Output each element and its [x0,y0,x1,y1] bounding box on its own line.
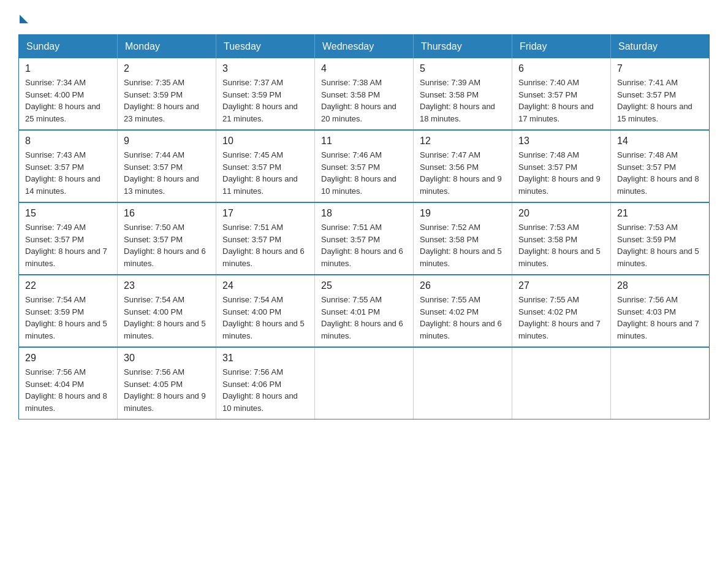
calendar-day: 31 Sunrise: 7:56 AMSunset: 4:06 PMDaylig… [216,347,315,419]
calendar-day: 21 Sunrise: 7:53 AMSunset: 3:59 PMDaylig… [611,202,710,275]
day-number: 13 [518,136,604,147]
calendar-day: 4 Sunrise: 7:38 AMSunset: 3:58 PMDayligh… [315,58,414,130]
calendar-day: 23 Sunrise: 7:54 AMSunset: 4:00 PMDaylig… [118,275,216,347]
calendar-day: 26 Sunrise: 7:55 AMSunset: 4:02 PMDaylig… [414,275,512,347]
day-number: 10 [222,136,308,147]
calendar-day [315,347,414,419]
weekday-header-friday: Friday [512,35,611,59]
day-number: 7 [617,63,703,74]
calendar-day [414,347,512,419]
calendar-day: 25 Sunrise: 7:55 AMSunset: 4:01 PMDaylig… [315,275,414,347]
day-number: 21 [617,208,703,219]
calendar-day: 10 Sunrise: 7:45 AMSunset: 3:57 PMDaylig… [216,130,315,202]
day-info: Sunrise: 7:53 AMSunset: 3:59 PMDaylight:… [617,223,699,268]
day-number: 12 [420,136,506,147]
calendar-day: 11 Sunrise: 7:46 AMSunset: 3:57 PMDaylig… [315,130,414,202]
day-info: Sunrise: 7:55 AMSunset: 4:02 PMDaylight:… [518,295,601,340]
calendar-day: 29 Sunrise: 7:56 AMSunset: 4:04 PMDaylig… [19,347,118,419]
logo [18,12,28,23]
day-number: 27 [518,280,604,291]
day-number: 19 [420,208,506,219]
calendar-header: SundayMondayTuesdayWednesdayThursdayFrid… [19,35,710,59]
day-number: 20 [518,208,604,219]
day-info: Sunrise: 7:34 AMSunset: 4:00 PMDaylight:… [25,78,100,123]
weekday-header-tuesday: Tuesday [216,35,315,59]
logo-arrow-icon [20,15,28,23]
day-info: Sunrise: 7:38 AMSunset: 3:58 PMDaylight:… [321,78,396,123]
day-info: Sunrise: 7:50 AMSunset: 3:57 PMDaylight:… [124,223,206,268]
calendar-day: 5 Sunrise: 7:39 AMSunset: 3:58 PMDayligh… [414,58,512,130]
weekday-header-thursday: Thursday [414,35,512,59]
calendar-day: 15 Sunrise: 7:49 AMSunset: 3:57 PMDaylig… [19,202,118,275]
calendar-day: 14 Sunrise: 7:48 AMSunset: 3:57 PMDaylig… [611,130,710,202]
day-info: Sunrise: 7:47 AMSunset: 3:56 PMDaylight:… [420,150,502,196]
day-info: Sunrise: 7:56 AMSunset: 4:06 PMDaylight:… [222,367,298,413]
day-info: Sunrise: 7:45 AMSunset: 3:57 PMDaylight:… [222,150,298,196]
day-number: 4 [321,63,407,74]
day-number: 2 [124,63,210,74]
day-number: 5 [420,63,506,74]
day-number: 22 [25,280,111,291]
day-info: Sunrise: 7:37 AMSunset: 3:59 PMDaylight:… [222,78,298,123]
day-number: 31 [222,353,308,364]
day-number: 30 [124,353,210,364]
weekday-header-sunday: Sunday [19,35,118,59]
day-info: Sunrise: 7:56 AMSunset: 4:04 PMDaylight:… [25,367,107,413]
day-info: Sunrise: 7:41 AMSunset: 3:57 PMDaylight:… [617,78,692,123]
calendar-day: 6 Sunrise: 7:40 AMSunset: 3:57 PMDayligh… [512,58,611,130]
calendar-day: 19 Sunrise: 7:52 AMSunset: 3:58 PMDaylig… [414,202,512,275]
calendar-week-1: 1 Sunrise: 7:34 AMSunset: 4:00 PMDayligh… [19,58,710,130]
day-info: Sunrise: 7:51 AMSunset: 3:57 PMDaylight:… [222,223,305,268]
calendar-day: 8 Sunrise: 7:43 AMSunset: 3:57 PMDayligh… [19,130,118,202]
calendar-week-3: 15 Sunrise: 7:49 AMSunset: 3:57 PMDaylig… [19,202,710,275]
day-number: 1 [25,63,111,74]
day-info: Sunrise: 7:44 AMSunset: 3:57 PMDaylight:… [124,150,199,196]
day-info: Sunrise: 7:54 AMSunset: 3:59 PMDaylight:… [25,295,107,340]
day-number: 23 [124,280,210,291]
calendar-day: 1 Sunrise: 7:34 AMSunset: 4:00 PMDayligh… [19,58,118,130]
day-number: 16 [124,208,210,219]
calendar-day: 7 Sunrise: 7:41 AMSunset: 3:57 PMDayligh… [611,58,710,130]
calendar-body: 1 Sunrise: 7:34 AMSunset: 4:00 PMDayligh… [19,58,710,419]
day-info: Sunrise: 7:48 AMSunset: 3:57 PMDaylight:… [518,150,601,196]
calendar-day: 28 Sunrise: 7:56 AMSunset: 4:03 PMDaylig… [611,275,710,347]
calendar-day: 17 Sunrise: 7:51 AMSunset: 3:57 PMDaylig… [216,202,315,275]
calendar-day: 13 Sunrise: 7:48 AMSunset: 3:57 PMDaylig… [512,130,611,202]
weekday-row: SundayMondayTuesdayWednesdayThursdayFrid… [19,35,710,59]
day-info: Sunrise: 7:43 AMSunset: 3:57 PMDaylight:… [25,150,100,196]
calendar-week-2: 8 Sunrise: 7:43 AMSunset: 3:57 PMDayligh… [19,130,710,202]
calendar-day: 2 Sunrise: 7:35 AMSunset: 3:59 PMDayligh… [118,58,216,130]
day-info: Sunrise: 7:56 AMSunset: 4:03 PMDaylight:… [617,295,699,340]
day-info: Sunrise: 7:35 AMSunset: 3:59 PMDaylight:… [124,78,199,123]
day-info: Sunrise: 7:54 AMSunset: 4:00 PMDaylight:… [222,295,305,340]
day-info: Sunrise: 7:56 AMSunset: 4:05 PMDaylight:… [124,367,206,413]
day-info: Sunrise: 7:39 AMSunset: 3:58 PMDaylight:… [420,78,495,123]
day-info: Sunrise: 7:40 AMSunset: 3:57 PMDaylight:… [518,78,594,123]
day-number: 14 [617,136,703,147]
weekday-header-wednesday: Wednesday [315,35,414,59]
day-info: Sunrise: 7:54 AMSunset: 4:00 PMDaylight:… [124,295,206,340]
day-number: 24 [222,280,308,291]
day-info: Sunrise: 7:49 AMSunset: 3:57 PMDaylight:… [25,223,107,268]
day-info: Sunrise: 7:55 AMSunset: 4:01 PMDaylight:… [321,295,403,340]
calendar-day: 16 Sunrise: 7:50 AMSunset: 3:57 PMDaylig… [118,202,216,275]
day-number: 25 [321,280,407,291]
page-header [18,12,710,23]
calendar-day [611,347,710,419]
day-number: 3 [222,63,308,74]
day-number: 15 [25,208,111,219]
day-number: 17 [222,208,308,219]
calendar-day: 9 Sunrise: 7:44 AMSunset: 3:57 PMDayligh… [118,130,216,202]
calendar-day: 12 Sunrise: 7:47 AMSunset: 3:56 PMDaylig… [414,130,512,202]
day-info: Sunrise: 7:51 AMSunset: 3:57 PMDaylight:… [321,223,403,268]
calendar-day: 3 Sunrise: 7:37 AMSunset: 3:59 PMDayligh… [216,58,315,130]
calendar-day: 27 Sunrise: 7:55 AMSunset: 4:02 PMDaylig… [512,275,611,347]
day-number: 29 [25,353,111,364]
calendar-table: SundayMondayTuesdayWednesdayThursdayFrid… [18,34,710,419]
calendar-week-4: 22 Sunrise: 7:54 AMSunset: 3:59 PMDaylig… [19,275,710,347]
day-number: 28 [617,280,703,291]
day-number: 9 [124,136,210,147]
calendar-day: 22 Sunrise: 7:54 AMSunset: 3:59 PMDaylig… [19,275,118,347]
day-info: Sunrise: 7:52 AMSunset: 3:58 PMDaylight:… [420,223,502,268]
day-number: 8 [25,136,111,147]
